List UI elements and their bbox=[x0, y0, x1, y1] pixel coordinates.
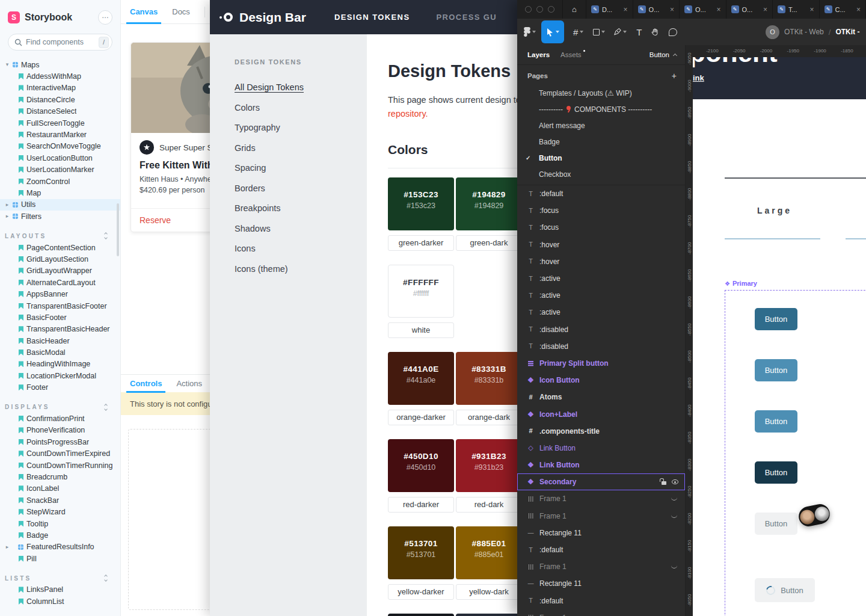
page-item[interactable]: ✓ Button bbox=[517, 150, 685, 166]
tokens-nav-item[interactable]: Icons (theme) bbox=[235, 259, 367, 280]
layer-row[interactable]: :active bbox=[517, 270, 685, 287]
tree-item[interactable]: Pill bbox=[0, 553, 120, 564]
tokens-nav-item[interactable]: Spacing bbox=[235, 158, 367, 179]
shape-tool-button[interactable] bbox=[583, 29, 605, 35]
tab-layers[interactable]: Layers bbox=[527, 51, 550, 58]
layer-row[interactable]: :hover bbox=[517, 236, 685, 253]
button-variant[interactable]: Button bbox=[755, 578, 815, 602]
maximize-window-button[interactable] bbox=[548, 6, 554, 13]
tree-item[interactable]: AlternateCardLayout bbox=[0, 277, 120, 288]
tree-item[interactable]: ConfirmationPrint bbox=[0, 413, 120, 424]
page-item[interactable]: ✓ Templates / Layouts (⚠ WIP) bbox=[517, 85, 685, 101]
layer-row[interactable]: Rectangle 11 bbox=[517, 575, 685, 592]
tree-item[interactable]: StepWizard bbox=[0, 506, 120, 517]
tree-item[interactable]: TransparentBasicFooter bbox=[0, 300, 120, 312]
eye-icon[interactable] bbox=[672, 479, 678, 484]
tab-canvas[interactable]: Canvas bbox=[130, 7, 158, 16]
repository-link[interactable]: repository. bbox=[388, 109, 428, 119]
pen-tool-button[interactable] bbox=[613, 28, 627, 36]
tree-item[interactable]: Maps bbox=[0, 59, 120, 70]
layer-row[interactable]: Link Button bbox=[517, 457, 685, 473]
tree-item[interactable]: Map bbox=[0, 187, 120, 199]
tree-item[interactable]: BasicModal bbox=[0, 346, 120, 358]
tree-item[interactable]: LocationPickerModal bbox=[0, 370, 120, 381]
window-controls[interactable] bbox=[517, 0, 562, 19]
tab-assets[interactable]: Assets bbox=[560, 51, 582, 58]
tree-item[interactable]: ZoomControl bbox=[0, 176, 120, 187]
layer-row[interactable]: :default bbox=[517, 593, 685, 609]
nav-process-guide[interactable]: PROCESS GU bbox=[436, 13, 497, 22]
layer-row[interactable]: Secondary bbox=[517, 473, 685, 490]
file-tab[interactable]: D... × bbox=[586, 0, 633, 19]
file-name[interactable]: OTKit - bbox=[835, 28, 859, 36]
button-variant[interactable]: Button bbox=[755, 410, 797, 433]
sidebar-scrollbar[interactable] bbox=[117, 203, 119, 256]
tab-controls[interactable]: Controls bbox=[130, 379, 162, 388]
file-tab[interactable]: O... × bbox=[726, 0, 773, 19]
frame-tool-button[interactable]: # bbox=[573, 27, 583, 37]
layer-row[interactable]: :focus bbox=[517, 202, 685, 219]
tree-item[interactable]: SnackBar bbox=[0, 494, 120, 506]
tree-item[interactable]: DistanceSelect bbox=[0, 106, 120, 117]
button-variant[interactable]: Button bbox=[755, 308, 797, 330]
page-item[interactable]: ✓ Badge bbox=[517, 134, 685, 150]
layer-row[interactable]: Frame 1 bbox=[517, 508, 685, 525]
button-variant[interactable]: Button bbox=[755, 461, 797, 484]
tree-item[interactable]: Footer bbox=[0, 382, 120, 393]
tree-item[interactable]: PhoneVerification bbox=[0, 425, 120, 436]
layer-row[interactable]: :default bbox=[517, 185, 685, 202]
move-tool-button[interactable] bbox=[541, 20, 564, 43]
unlock-icon[interactable] bbox=[662, 481, 666, 485]
expand-collapse-icon[interactable] bbox=[105, 233, 107, 239]
tree-item[interactable]: AddessWithMap bbox=[0, 70, 120, 82]
tree-item[interactable]: UserLocationButton bbox=[0, 152, 120, 164]
button-variant[interactable]: Button bbox=[755, 513, 797, 535]
tree-item[interactable]: LISTS bbox=[0, 572, 120, 584]
tree-item[interactable]: Breadcrumb bbox=[0, 471, 120, 482]
tokens-nav-item[interactable]: Shadows bbox=[235, 219, 367, 239]
layer-row[interactable]: :active bbox=[517, 304, 685, 321]
sidebar-menu-button[interactable]: … bbox=[98, 10, 112, 25]
reserve-link[interactable]: Reserve bbox=[131, 208, 210, 232]
tree-item[interactable]: DistanceCircle bbox=[0, 94, 120, 105]
hand-tool-button[interactable] bbox=[651, 28, 659, 36]
add-page-button[interactable]: + bbox=[672, 71, 677, 81]
tree-item[interactable]: DISPLAYS bbox=[0, 401, 120, 413]
hidden-eye-icon[interactable] bbox=[671, 565, 677, 568]
file-tab[interactable]: O... × bbox=[680, 0, 726, 19]
tab-docs[interactable]: Docs bbox=[172, 7, 190, 16]
close-tab-icon[interactable]: × bbox=[670, 5, 674, 14]
tree-item[interactable]: SearchOnMoveToggle bbox=[0, 141, 120, 152]
tree-item[interactable]: Badge bbox=[0, 529, 120, 541]
file-tab[interactable]: T... × bbox=[773, 0, 820, 19]
tree-item[interactable]: BasicFooter bbox=[0, 312, 120, 323]
comment-tool-button[interactable] bbox=[659, 28, 677, 36]
tokens-nav-item[interactable]: Icons bbox=[235, 239, 367, 259]
layer-row[interactable]: Frame 1 bbox=[517, 490, 685, 507]
minimize-window-button[interactable] bbox=[536, 6, 543, 13]
figma-canvas[interactable]: ponent ink Large ❖ Primary Button But bbox=[693, 57, 866, 616]
tree-item[interactable]: GridLayoutSection bbox=[0, 253, 120, 265]
tree-item[interactable]: Tooltip bbox=[0, 518, 120, 529]
tree-item[interactable]: LinksPanel bbox=[0, 584, 120, 596]
hidden-eye-icon[interactable] bbox=[671, 497, 677, 500]
hidden-eye-icon[interactable] bbox=[671, 515, 677, 518]
page-switcher[interactable]: Button bbox=[650, 51, 677, 58]
tree-item[interactable]: GridLayoutWrapper bbox=[0, 265, 120, 277]
tree-item[interactable]: FeaturedResultsInfo bbox=[0, 541, 120, 553]
close-tab-icon[interactable]: × bbox=[856, 5, 861, 14]
tree-item[interactable]: AppsBanner bbox=[0, 288, 120, 300]
tree-item[interactable]: ColumnList bbox=[0, 596, 120, 607]
page-item[interactable]: ✓ ---------- COMPONENTS ---------- bbox=[517, 101, 685, 117]
close-tab-icon[interactable]: × bbox=[716, 5, 720, 14]
frame-label-primary[interactable]: ❖ Primary bbox=[725, 280, 757, 287]
expand-collapse-icon[interactable] bbox=[105, 404, 107, 410]
tokens-nav-item[interactable]: Breakpoints bbox=[235, 199, 367, 219]
close-window-button[interactable] bbox=[525, 6, 532, 13]
tree-item[interactable]: FullScreenToggle bbox=[0, 117, 120, 129]
close-tab-icon[interactable]: × bbox=[809, 5, 814, 14]
tree-item[interactable]: HeadingWithImage bbox=[0, 359, 120, 370]
tree-item[interactable]: RestaurantMarker bbox=[0, 129, 120, 140]
search-input[interactable]: Find components / bbox=[8, 34, 112, 51]
tree-item[interactable]: PageContentSection bbox=[0, 242, 120, 253]
